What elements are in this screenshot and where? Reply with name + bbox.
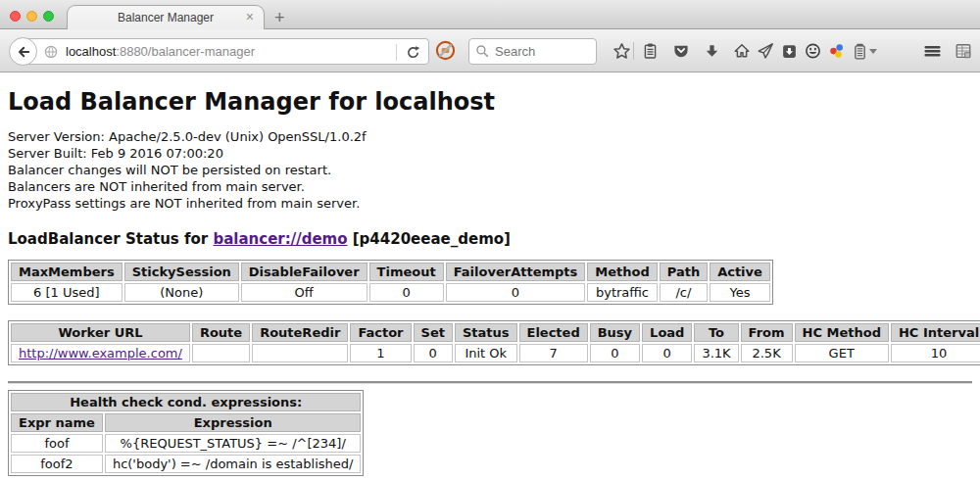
table-header-row: Expr name Expression bbox=[11, 413, 361, 432]
pages-grid-icon bbox=[955, 42, 972, 60]
column-header: DisableFailover bbox=[241, 263, 368, 281]
downloads-arrow-icon bbox=[704, 43, 720, 60]
route-cell bbox=[192, 344, 250, 362]
search-bar[interactable] bbox=[468, 38, 597, 65]
menu-button[interactable] bbox=[921, 41, 943, 61]
urlbar-divider bbox=[396, 44, 397, 61]
window-close-button[interactable] bbox=[10, 11, 21, 22]
health-check-table: Health check cond. expressions: Expr nam… bbox=[8, 390, 364, 476]
worker-url-link[interactable]: http://www.example.com/ bbox=[19, 346, 182, 361]
clipboard-button[interactable] bbox=[639, 41, 661, 61]
back-button[interactable] bbox=[9, 37, 37, 66]
page-title: Load Balancer Manager for localhost bbox=[8, 88, 972, 116]
column-header: Load bbox=[642, 323, 692, 342]
clipboard-list-icon bbox=[642, 42, 659, 60]
column-header: Factor bbox=[350, 323, 411, 342]
balancers-notice-line: Balancers are NOT inherited from main se… bbox=[8, 178, 972, 195]
status-heading-prefix: LoadBalancer Status for bbox=[8, 230, 213, 248]
window-minimize-button[interactable] bbox=[26, 11, 37, 22]
status-heading-suffix: [p4420eeae_demo] bbox=[348, 230, 511, 248]
worker-url-cell: http://www.example.com/ bbox=[11, 344, 190, 362]
table-row: foof %{REQUEST_STATUS} =~ /^[234]/ bbox=[11, 434, 361, 453]
health-check-table-title: Health check cond. expressions: bbox=[11, 393, 361, 411]
table-header-row: MaxMembers StickySession DisableFailover… bbox=[11, 263, 770, 281]
pocket-button[interactable] bbox=[670, 41, 692, 61]
column-header: Elected bbox=[519, 323, 588, 342]
column-header: To bbox=[694, 323, 738, 342]
column-header: HC Interval bbox=[891, 323, 980, 342]
new-tab-button[interactable]: + bbox=[274, 9, 285, 26]
globe-icon bbox=[43, 44, 59, 60]
from-cell: 2.5K bbox=[741, 344, 793, 362]
failoverattempts-cell: 0 bbox=[446, 283, 586, 302]
factor-cell: 1 bbox=[350, 344, 411, 362]
path-cell: /c/ bbox=[660, 283, 708, 302]
send-plane-icon bbox=[757, 42, 774, 60]
maxmembers-cell: 6 [1 Used] bbox=[11, 283, 122, 302]
balancer-demo-link[interactable]: balancer://demo bbox=[213, 230, 347, 248]
table-header-row: Worker URL Route RouteRedir Factor Set S… bbox=[11, 323, 980, 342]
worker-row: http://www.example.com/ 1 0 Init Ok 7 0 … bbox=[11, 344, 980, 362]
overflow-chevron-icon[interactable] bbox=[867, 41, 879, 61]
column-header: From bbox=[741, 323, 793, 342]
pocket-icon bbox=[672, 43, 690, 60]
column-header: Method bbox=[587, 263, 657, 281]
toolbar-divider bbox=[633, 42, 634, 60]
navigation-toolbar: localhost:8880/balancer-manager bbox=[0, 29, 980, 72]
horizontal-rule bbox=[8, 381, 972, 384]
column-header: Expr name bbox=[11, 413, 103, 432]
page-content: Load Balancer Manager for localhost Serv… bbox=[0, 88, 980, 481]
column-header: Path bbox=[660, 263, 708, 281]
column-header: Timeout bbox=[369, 263, 444, 281]
table-title-row: Health check cond. expressions: bbox=[11, 393, 361, 411]
column-header: Route bbox=[192, 323, 250, 342]
url-path: :8880/balancer-manager bbox=[116, 44, 255, 59]
disablefailover-cell: Off bbox=[241, 283, 368, 302]
column-header: HC Method bbox=[795, 323, 889, 342]
column-header: Set bbox=[414, 323, 453, 342]
column-header: FailoverAttempts bbox=[446, 263, 586, 281]
window-zoom-button[interactable] bbox=[43, 11, 54, 22]
send-button[interactable] bbox=[755, 41, 776, 61]
window-titlebar: Balancer Manager × + bbox=[0, 0, 980, 29]
timeout-cell: 0 bbox=[369, 283, 444, 302]
bookmark-star-icon bbox=[612, 42, 631, 61]
save-box-button[interactable] bbox=[778, 41, 800, 61]
set-cell: 0 bbox=[414, 344, 453, 362]
back-arrow-icon bbox=[16, 44, 31, 60]
reload-icon bbox=[406, 45, 420, 60]
status-cell: Init Ok bbox=[455, 344, 517, 362]
home-button[interactable] bbox=[731, 41, 753, 61]
proxypass-notice-line: ProxyPass settings are NOT inherited fro… bbox=[8, 195, 972, 212]
tab-close-icon[interactable]: × bbox=[246, 9, 254, 24]
downloadhelper-button[interactable] bbox=[826, 41, 848, 61]
url-bar[interactable]: localhost:8880/balancer-manager bbox=[23, 38, 429, 65]
server-built-line: Server Built: Feb 9 2016 07:00:20 bbox=[8, 145, 972, 162]
pages-grid-button[interactable] bbox=[953, 41, 974, 61]
bookmark-star-button[interactable] bbox=[611, 41, 632, 61]
expr-name-cell: foof bbox=[11, 434, 103, 453]
downloads-button[interactable] bbox=[701, 41, 722, 61]
column-header: Active bbox=[710, 263, 770, 281]
worker-table: Worker URL Route RouteRedir Factor Set S… bbox=[8, 320, 980, 365]
column-header: Worker URL bbox=[11, 323, 190, 342]
table-row: foof2 hc('body') =~ /domain is establish… bbox=[11, 455, 361, 473]
reload-button[interactable] bbox=[406, 45, 420, 64]
method-cell: bytraffic bbox=[587, 283, 657, 302]
balancer-settings-table: MaxMembers StickySession DisableFailover… bbox=[8, 260, 773, 305]
column-header: StickySession bbox=[124, 263, 239, 281]
url-host: localhost bbox=[66, 44, 116, 59]
smiley-button[interactable] bbox=[802, 41, 823, 61]
home-icon bbox=[733, 42, 751, 60]
column-header: Busy bbox=[590, 323, 640, 342]
expression-cell: hc('body') =~ /domain is established/ bbox=[105, 455, 362, 473]
load-cell: 0 bbox=[642, 344, 692, 362]
active-cell: Yes bbox=[710, 283, 770, 302]
browser-tab[interactable]: Balancer Manager × bbox=[67, 5, 265, 29]
plugin-blocked-icon[interactable] bbox=[435, 40, 456, 65]
hc-interval-cell: 10 bbox=[891, 344, 980, 362]
server-version-line: Server Version: Apache/2.5.0-dev (Unix) … bbox=[8, 128, 972, 145]
url-text: localhost:8880/balancer-manager bbox=[66, 44, 255, 59]
search-input[interactable] bbox=[468, 38, 597, 65]
expression-cell: %{REQUEST_STATUS} =~ /^[234]/ bbox=[105, 434, 362, 453]
